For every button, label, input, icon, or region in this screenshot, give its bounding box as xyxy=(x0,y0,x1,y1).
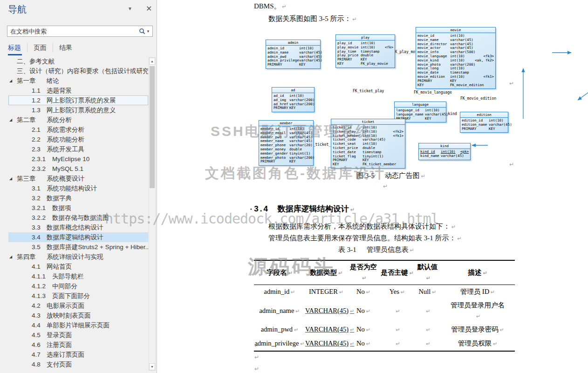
er-table-columns: edition_idint(10)edition_namevarchar(45)… xyxy=(460,118,508,132)
nav-item-3.5[interactable]: 3.5数据库搭建Struts2 + Spring + Hiber... xyxy=(8,242,148,252)
nav-item-number: 2.3 xyxy=(32,144,41,154)
nav-item-3.4[interactable]: 3.4数据库逻辑结构设计 xyxy=(8,232,148,242)
nav-item-2.3[interactable]: 2.3系统开发工具 xyxy=(8,144,148,154)
expand-triangle-icon[interactable]: ◢ xyxy=(9,174,12,183)
nav-item-第三章[interactable]: ◢第三章系统概要设计 xyxy=(8,174,148,183)
scroll-up-icon[interactable]: ▲ xyxy=(149,58,155,65)
nav-item-4.4[interactable]: 4.4单部影片详细展示页面 xyxy=(8,320,148,330)
nav-item-number: 4.5 xyxy=(32,330,41,340)
search-input[interactable] xyxy=(7,28,138,35)
nav-item-第二章[interactable]: ◢第二章系统分析 xyxy=(8,115,148,125)
nav-item-2.3.1[interactable]: 2.3.1MyEclipse 10 xyxy=(8,154,148,164)
er-table-name: movie xyxy=(416,27,495,33)
cell-text: 管理员权限 xyxy=(458,339,498,347)
header-text: 是否主键 xyxy=(381,269,413,276)
expand-triangle-icon[interactable]: ◢ xyxy=(9,252,12,262)
nav-item-1.1[interactable]: 1.1选题背景 xyxy=(8,86,148,95)
nav-item-4.1.1[interactable]: 4.1.1头部导航栏 xyxy=(8,271,148,281)
nav-item-label: 系统功能分析 xyxy=(47,135,84,144)
nav-item-2.2[interactable]: 2.2系统功能分析 xyxy=(8,135,148,144)
er-table-edition: editionedition_idint(10)edition_namevarc… xyxy=(460,112,508,133)
nav-item-label: MySQL 5.1 xyxy=(52,164,83,174)
nav-item-number: 4.2 xyxy=(32,301,41,311)
table-cell: admin_privilege xyxy=(254,337,305,350)
nav-item-number: 1.3 xyxy=(32,105,41,115)
nav-item-4.6[interactable]: 4.6注册页面 xyxy=(8,340,148,350)
table-cell: No xyxy=(347,323,380,336)
er-column-name: PRIMARY xyxy=(267,63,299,67)
table-cell: INTEGER xyxy=(305,285,347,298)
table-cell: 管理员登录密码 xyxy=(440,323,515,336)
er-table-name: language xyxy=(395,102,446,108)
headings-list: 二、参考文献三、设计（研究）内容和要求（包括设计或研究内...◢第一章绪论1.1… xyxy=(0,56,148,369)
table-cell xyxy=(380,323,415,336)
er-table-name: member xyxy=(259,121,313,126)
expand-triangle-icon[interactable]: ◢ xyxy=(9,76,12,86)
cell-text: No xyxy=(356,288,370,295)
er-key-annotation: <ak, fk2> xyxy=(473,59,494,63)
tab-results[interactable]: 结果 xyxy=(53,43,78,52)
nav-item-4.3[interactable]: 4.3放映时刻表页面 xyxy=(8,311,148,320)
scroll-down-icon[interactable]: ▼ xyxy=(149,363,155,370)
er-column-row: KEYFK_movie_edition xyxy=(417,83,494,88)
nav-item-二、参考文献[interactable]: 二、参考文献 xyxy=(8,56,148,66)
er-column-type: KEY xyxy=(489,127,495,131)
header-text: 默认值 xyxy=(417,263,438,281)
er-table-columns: member_idint(10)member_emailvarchar(45)m… xyxy=(259,126,313,165)
pilcrow-mark: ↵ xyxy=(254,342,259,349)
nav-item-第一章[interactable]: ◢第一章绪论 xyxy=(8,76,148,86)
nav-item-3.3[interactable]: 3.3数据库概念结构设计 xyxy=(8,223,148,232)
nav-item-3.2.1[interactable]: 3.2.1数据项 xyxy=(8,203,148,213)
nav-item-4.1[interactable]: 4.1网站首页 xyxy=(8,262,148,271)
cell-text xyxy=(424,339,430,347)
scrollbar-thumb[interactable] xyxy=(150,66,155,188)
nav-scrollbar[interactable]: ▲ ▼ xyxy=(149,57,156,371)
er-column-name: PRIMARY xyxy=(273,106,289,110)
search-box: ▼ xyxy=(7,26,153,37)
tab-pages[interactable]: 页面 xyxy=(27,43,53,52)
tab-headings[interactable]: 标题 xyxy=(8,43,27,52)
pane-close-icon[interactable]: ✕ xyxy=(146,4,152,13)
nav-item-label: 网站首页 xyxy=(47,262,72,271)
er-table-play: playplay_idint(10)play_movieint(10)<fk>p… xyxy=(335,34,395,68)
table-cell: admin_id xyxy=(254,285,305,298)
section-heading: ▪3.4数据库逻辑结构设计 xyxy=(250,203,355,214)
er-table-admin: adminadmin_idint(10)admin_namevarchar(45… xyxy=(266,40,321,69)
nav-item-4.2[interactable]: 4.2电影展示页面 xyxy=(8,301,148,311)
nav-item-4.7[interactable]: 4.7选座订票页面 xyxy=(8,350,148,359)
nav-item-3.1[interactable]: 3.1系统功能结构设计 xyxy=(8,183,148,193)
nav-item-1.3[interactable]: 1.3网上影院订票系统的意义 xyxy=(8,105,148,115)
nav-item-三、设计（研究）内容和要求（包括设计或研究内...[interactable]: 三、设计（研究）内容和要求（包括设计或研究内... xyxy=(8,66,148,76)
cell-text: Yes xyxy=(390,288,405,295)
nav-item-label: 二、参考文献 xyxy=(17,56,55,66)
nav-item-label: 网上影院订票系统的发展 xyxy=(47,95,116,105)
table-header-cell: 是否为空 xyxy=(347,261,380,285)
nav-item-4.1.2[interactable]: 4.1.2中间部分 xyxy=(8,281,148,291)
nav-item-label: 选座订票页面 xyxy=(47,350,84,359)
nav-item-4.5[interactable]: 4.5登录页面 xyxy=(8,330,148,340)
nav-item-label: 放映时刻表页面 xyxy=(47,311,91,320)
nav-item-label: 头部导航栏 xyxy=(52,271,84,281)
nav-item-4.8[interactable]: 4.8支付页面 xyxy=(8,359,148,369)
nav-item-2.3.2[interactable]: 2.3.2MySQL 5.1 xyxy=(8,164,148,174)
pane-options-dropdown-icon[interactable]: ▼ xyxy=(128,6,132,11)
nav-item-4.1.3[interactable]: 4.1.3页面下面部分 xyxy=(8,291,148,301)
search-options-dropdown-icon[interactable]: ▼ xyxy=(146,29,152,34)
nav-item-3.2.2[interactable]: 3.2.2数据存储与数据流图 xyxy=(8,213,148,223)
fk-label-FK_ticket_play: FK_ticket_play xyxy=(353,89,384,93)
expand-triangle-icon[interactable]: ◢ xyxy=(9,115,12,125)
table-body: admin_idINTEGERNoYesNull管理员 IDadmin_name… xyxy=(254,285,515,351)
search-icon[interactable] xyxy=(138,28,146,34)
er-table-name: admin xyxy=(266,40,320,46)
nav-item-number: 2.3.1 xyxy=(32,154,46,164)
nav-item-第四章[interactable]: ◢第四章系统详细设计与实现 xyxy=(8,252,148,262)
pilcrow-mark: ↵ xyxy=(254,366,259,372)
er-table-name: ad xyxy=(272,88,314,93)
nav-item-3.2[interactable]: 3.2数据字典 xyxy=(8,193,148,203)
table-cell: 管理员 ID xyxy=(440,285,515,298)
nav-item-number: 4.1.2 xyxy=(32,281,46,291)
nav-item-1.2[interactable]: 1.2网上影院订票系统的发展 xyxy=(8,95,148,105)
er-table-member: membermember_idint(10)member_emailvarcha… xyxy=(259,120,314,166)
nav-item-2.1[interactable]: 2.1系统需求分析 xyxy=(8,125,148,135)
heading-bullet: ▪ xyxy=(250,207,252,211)
